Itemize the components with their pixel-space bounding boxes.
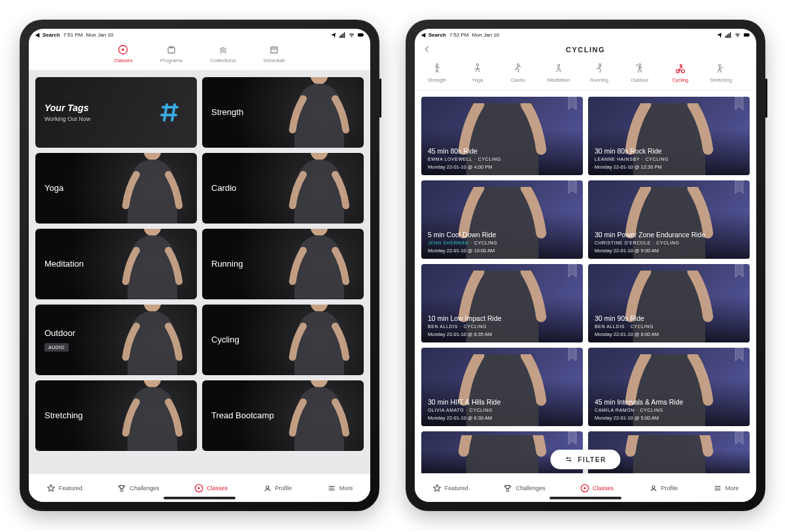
- bookmark-icon[interactable]: [734, 431, 744, 444]
- tab-challenges[interactable]: Challenges: [503, 484, 545, 493]
- category-label: Stretching: [44, 410, 83, 422]
- tab-label: Featured: [445, 485, 468, 491]
- back-chevron-icon[interactable]: ◀: [421, 32, 425, 38]
- topnav-label: Collections: [210, 58, 236, 63]
- star-icon: [46, 484, 56, 493]
- trophy-icon: [117, 484, 126, 493]
- class-grid: 45 min 80s RideEMMA LOVEWELL·CYCLINGMond…: [421, 97, 750, 473]
- bookmark-icon[interactable]: [567, 264, 578, 277]
- location-icon: [330, 32, 336, 38]
- tab-featured[interactable]: Featured: [46, 484, 82, 493]
- topnav-collections[interactable]: Collections: [210, 44, 236, 63]
- class-card[interactable]: 5 min Cool Down RideJENN SHERMAN·CYCLING…: [421, 180, 583, 259]
- statusbar-back-label[interactable]: Search: [428, 32, 446, 38]
- play-circle-icon: [580, 484, 589, 493]
- topnav-classes[interactable]: Classes: [114, 44, 132, 63]
- tab-label: More: [340, 485, 353, 491]
- schedule-icon: [269, 44, 279, 55]
- your-tags-card[interactable]: Your Tags Working Out Now: [35, 77, 197, 148]
- back-button[interactable]: [423, 44, 432, 56]
- tab-profile[interactable]: Profile: [649, 484, 678, 493]
- chip-meditation[interactable]: Meditation: [544, 63, 573, 83]
- tab-more[interactable]: More: [713, 484, 739, 493]
- class-card[interactable]: 10 min Low Impact RideBEN ALLDIS·CYCLING…: [421, 264, 583, 342]
- yoga-icon: [472, 63, 483, 75]
- tab-label: Profile: [661, 485, 678, 491]
- bookmark-icon[interactable]: [567, 348, 578, 361]
- topnav-label: Programs: [160, 58, 183, 63]
- bookmark-icon[interactable]: [734, 264, 744, 277]
- category-strength[interactable]: Strength: [202, 77, 364, 148]
- class-instructor: LEANNE HAINSBY·CYCLING: [595, 157, 743, 161]
- strength-icon: [756, 63, 756, 75]
- tab-challenges[interactable]: Challenges: [117, 484, 159, 493]
- play-circle-icon: [118, 44, 128, 55]
- category-cycling[interactable]: Cycling: [202, 305, 364, 375]
- category-meditation[interactable]: Meditation: [35, 229, 197, 299]
- filter-label: FILTER: [578, 456, 606, 463]
- class-time: Monday 22-01-10 @ 12:30 PM: [595, 164, 743, 170]
- bookmark-icon[interactable]: [567, 97, 578, 110]
- category-cardio[interactable]: Cardio: [202, 153, 364, 224]
- chip-running[interactable]: Running: [585, 63, 614, 83]
- running-icon: [593, 63, 605, 75]
- chip-label: Running: [590, 77, 608, 83]
- discipline-chips[interactable]: Strength Yoga Cardio Meditation Running …: [415, 60, 756, 90]
- chip-label: Strength: [428, 77, 446, 83]
- status-bar: ◀ Search 7:51 PM Mon Jan 10: [29, 29, 370, 39]
- class-card[interactable]: 30 min HIIT & Hills RideOLIVIA AMATO·CYC…: [421, 348, 583, 426]
- home-indicator[interactable]: [164, 497, 236, 499]
- class-card[interactable]: 30 min 90s RideBEN ALLDIS·CYCLINGMonday …: [588, 264, 750, 342]
- home-indicator[interactable]: [550, 497, 621, 499]
- category-outdoor[interactable]: Outdoor AUDIO: [35, 305, 197, 375]
- filter-button[interactable]: FILTER: [550, 450, 620, 469]
- tab-classes[interactable]: Classes: [580, 484, 614, 493]
- category-label: Meditation: [44, 259, 84, 270]
- chip-outdoor[interactable]: Outdoor: [625, 63, 654, 83]
- category-tread-bootcamp[interactable]: Tread Bootcamp: [202, 380, 364, 451]
- cardio-icon: [512, 63, 524, 75]
- tab-more[interactable]: More: [327, 484, 353, 493]
- statusbar-back-label[interactable]: Search: [43, 32, 60, 38]
- tab-label: Challenges: [515, 485, 545, 491]
- back-chevron-icon[interactable]: ◀: [35, 32, 39, 38]
- bookmark-icon[interactable]: [734, 180, 744, 193]
- person-icon: [275, 77, 364, 148]
- tab-featured[interactable]: Featured: [432, 484, 468, 493]
- class-card[interactable]: 30 min Power Zone Endurance RideCHRISTIN…: [588, 180, 750, 259]
- category-label: Strength: [211, 107, 243, 118]
- bookmark-icon[interactable]: [567, 180, 578, 193]
- collections-icon: [218, 44, 228, 55]
- class-card[interactable]: 30 min 80s Rock RideLEANNE HAINSBY·CYCLI…: [588, 97, 750, 175]
- class-time: Monday 22-01-10 @ 4:00 PM: [428, 164, 576, 170]
- bookmark-icon[interactable]: [734, 97, 744, 110]
- class-title: 45 min 80s Ride: [428, 147, 576, 155]
- tab-classes[interactable]: Classes: [194, 484, 228, 493]
- category-running[interactable]: Running: [202, 229, 364, 299]
- chip-cardio[interactable]: Cardio: [504, 63, 532, 83]
- battery-icon: [744, 32, 750, 38]
- topnav-schedule[interactable]: Schedule: [263, 44, 285, 63]
- chip-yoga[interactable]: Yoga: [463, 63, 492, 83]
- ipad-frame-right: ◀ Search 7:52 PM Mon Jan 10 CYCLING Stre…: [406, 20, 765, 511]
- category-label: Cycling: [211, 335, 239, 346]
- chip-strength[interactable]: Strength: [423, 63, 451, 83]
- bookmark-icon[interactable]: [567, 431, 578, 444]
- tab-label: Featured: [59, 485, 82, 491]
- chip-bootcamp-partial[interactable]: Bo: [747, 63, 756, 83]
- class-card[interactable]: 45 min 80s RideEMMA LOVEWELL·CYCLINGMond…: [421, 97, 583, 175]
- chip-cycling[interactable]: Cycling: [666, 63, 695, 83]
- class-title: 45 min Intervals & Arms Ride: [595, 398, 743, 406]
- chip-label: Stretching: [710, 77, 732, 83]
- class-instructor: BEN ALLDIS·CYCLING: [428, 324, 576, 329]
- category-stretching[interactable]: Stretching: [35, 380, 197, 451]
- topnav-programs[interactable]: Programs: [160, 44, 183, 63]
- top-nav: Classes Programs Collections Schedule: [29, 39, 370, 71]
- tab-profile[interactable]: Profile: [263, 484, 292, 493]
- bookmark-icon[interactable]: [734, 348, 744, 361]
- class-title: 5 min Cool Down Ride: [428, 231, 576, 239]
- chip-stretching[interactable]: Stretching: [706, 63, 735, 83]
- category-yoga[interactable]: Yoga: [35, 153, 197, 224]
- class-card[interactable]: 45 min Intervals & Arms RideCAMILA RAMÓN…: [588, 348, 750, 426]
- person-icon: [108, 229, 197, 299]
